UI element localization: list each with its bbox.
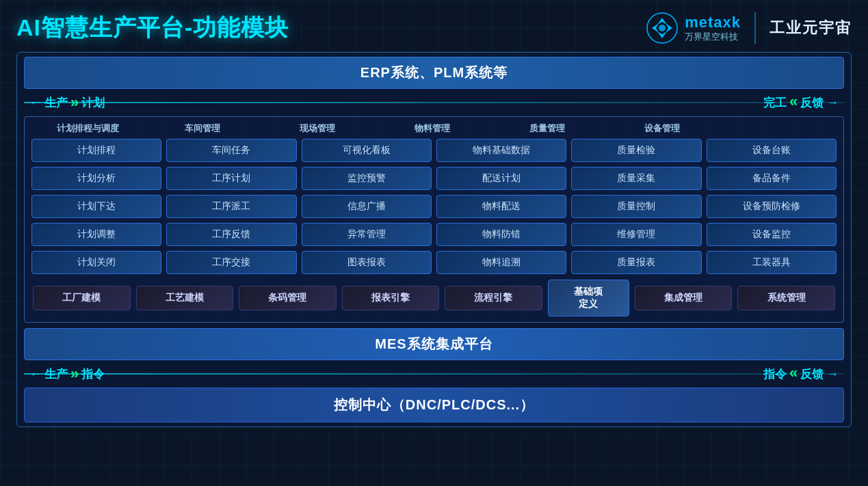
- bottom-arrow-left-icon: ←: [29, 367, 42, 381]
- module-btn-equipment-monitor[interactable]: 设备监控: [707, 223, 837, 246]
- arrow-left-icon: ←: [29, 96, 42, 110]
- col-header-4: 质量管理: [492, 122, 602, 135]
- col-header-0: 计划排程与调度: [33, 122, 142, 135]
- brand-name: metaxk: [685, 14, 741, 31]
- col-header-3: 物料管理: [378, 122, 487, 135]
- flow-top-right2: 反馈: [800, 95, 824, 111]
- brand-text: metaxk 万界星空科技: [685, 14, 741, 42]
- module-btn-quality-control[interactable]: 质量控制: [571, 195, 701, 218]
- header: AI智慧生产平台-功能模块 metaxk 万界星空科技 工业元宇宙: [16, 12, 852, 44]
- module-btn-material-poka[interactable]: 物料防错: [436, 223, 566, 246]
- module-grid: 计划排程 车间任务 可视化看板 物料基础数据 质量检验 设备台账 计划分析 工序…: [30, 139, 838, 274]
- module-btn-plan-adjust[interactable]: 计划调整: [31, 223, 161, 246]
- module-btn-quality-check[interactable]: 质量检验: [571, 139, 701, 162]
- flow-top-right1: 完工: [763, 95, 787, 111]
- brand-logo-icon: [646, 12, 678, 44]
- main-section: 计划排程与调度 车间管理 现场管理 物料管理 质量管理 设备管理 计划排程 车间…: [24, 116, 844, 323]
- svg-point-1: [659, 25, 666, 31]
- module-btn-plan-schedule[interactable]: 计划排程: [31, 139, 161, 162]
- chevron-down-left-icon: »: [70, 94, 79, 111]
- page-title: AI智慧生产平台-功能模块: [16, 12, 289, 44]
- module-btn-workshop-task[interactable]: 车间任务: [166, 139, 296, 162]
- flow-top-left2: 计划: [81, 95, 105, 111]
- bottom-chevron-up-icon: »: [789, 365, 798, 383]
- module-btn-visual-kanban[interactable]: 可视化看板: [302, 139, 432, 162]
- module-btn-plan-issue[interactable]: 计划下达: [31, 195, 161, 218]
- module-btn-equipment-account[interactable]: 设备台账: [707, 139, 837, 162]
- tool-report-engine[interactable]: 报表引擎: [342, 286, 440, 310]
- module-btn-process-plan[interactable]: 工序计划: [166, 167, 296, 190]
- top-flow: ← 生产 » 计划 完工 » 反馈 →: [24, 90, 844, 115]
- module-btn-delivery-plan[interactable]: 配送计划: [436, 167, 566, 190]
- module-btn-process-handover[interactable]: 工序交接: [166, 251, 296, 274]
- mes-bar: MES系统集成平台: [24, 328, 844, 360]
- flow-top-left1: 生产: [44, 95, 68, 111]
- tool-flow-engine[interactable]: 流程引擎: [445, 286, 542, 310]
- tool-factory-model[interactable]: 工厂建模: [33, 286, 131, 310]
- arrow-right-icon: →: [826, 96, 839, 110]
- tools-row: 工厂建模 工艺建模 条码管理 报表引擎 流程引擎 基础项定义 集成管理 系统管理: [30, 280, 838, 316]
- tool-basic-definition[interactable]: 基础项定义: [548, 280, 629, 316]
- flow-bottom-left2: 指令: [81, 366, 105, 382]
- outer-wrapper: ERP系统、PLM系统等 ← 生产 » 计划 完工 » 反馈 →: [16, 52, 852, 427]
- module-btn-plan-analysis[interactable]: 计划分析: [31, 167, 161, 190]
- module-btn-equipment-maintenance[interactable]: 设备预防检修: [707, 195, 837, 218]
- bottom-flow: ← 生产 » 指令 指令 » 反馈 →: [24, 362, 844, 386]
- tool-process-model[interactable]: 工艺建模: [136, 286, 234, 310]
- module-btn-tooling[interactable]: 工装器具: [707, 251, 837, 274]
- tool-integration-mgmt[interactable]: 集成管理: [635, 286, 733, 310]
- module-btn-info-broadcast[interactable]: 信息广播: [302, 195, 432, 218]
- module-btn-material-delivery[interactable]: 物料配送: [436, 195, 566, 218]
- module-btn-process-feedback[interactable]: 工序反馈: [166, 223, 296, 246]
- flow-bottom-right1: 指令: [763, 366, 787, 382]
- control-bar: 控制中心（DNC/PLC/DCS...）: [24, 388, 844, 422]
- bottom-chevron-down-icon: »: [70, 365, 79, 383]
- module-btn-plan-close[interactable]: 计划关闭: [31, 251, 161, 274]
- module-btn-chart-report[interactable]: 图表报表: [302, 251, 432, 274]
- module-btn-monitor-warning[interactable]: 监控预警: [302, 167, 432, 190]
- module-btn-anomaly-mgmt[interactable]: 异常管理: [302, 223, 432, 246]
- module-btn-process-dispatch[interactable]: 工序派工: [166, 195, 296, 218]
- col-header-2: 现场管理: [263, 122, 372, 135]
- flow-bottom-left1: 生产: [44, 366, 68, 382]
- module-btn-spare-parts[interactable]: 备品备件: [707, 167, 837, 190]
- col-header-5: 设备管理: [607, 122, 717, 135]
- brand-divider: [754, 12, 756, 44]
- chevron-up-right-icon: »: [789, 94, 798, 111]
- tool-system-mgmt[interactable]: 系统管理: [737, 286, 835, 310]
- col-header-1: 车间管理: [148, 122, 257, 135]
- module-btn-repair-mgmt[interactable]: 维修管理: [571, 223, 701, 246]
- tool-barcode-mgmt[interactable]: 条码管理: [239, 286, 337, 310]
- module-btn-quality-report[interactable]: 质量报表: [571, 251, 701, 274]
- erp-bar: ERP系统、PLM系统等: [24, 57, 844, 89]
- module-btn-material-base[interactable]: 物料基础数据: [436, 139, 566, 162]
- module-btn-material-trace[interactable]: 物料追溯: [436, 251, 566, 274]
- brand-sub: 万界星空科技: [685, 31, 741, 42]
- bottom-arrow-right-icon: →: [826, 367, 839, 381]
- brand-tag: 工业元宇宙: [770, 18, 852, 38]
- flow-bottom-right2: 反馈: [800, 366, 824, 382]
- column-headers: 计划排程与调度 车间管理 现场管理 物料管理 质量管理 设备管理: [30, 122, 838, 135]
- brand-area: metaxk 万界星空科技 工业元宇宙: [646, 12, 852, 44]
- module-btn-quality-collect[interactable]: 质量采集: [571, 167, 701, 190]
